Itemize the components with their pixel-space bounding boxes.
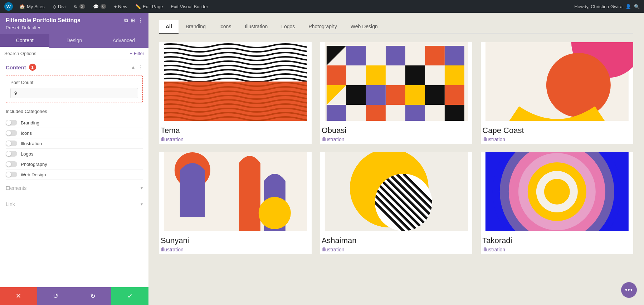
panel-title-row: Filterable Portfolio Settings ⧉ ⊞ ⋮ xyxy=(6,17,143,24)
filter-tab-icons[interactable]: Icons xyxy=(213,20,238,34)
svg-rect-8 xyxy=(425,46,444,65)
floating-action-button[interactable]: ••• xyxy=(621,282,637,298)
panel-title-icons: ⧉ ⊞ ⋮ xyxy=(124,18,143,24)
main-layout: Filterable Portfolio Settings ⧉ ⊞ ⋮ Pres… xyxy=(0,13,644,305)
tab-content[interactable]: Content xyxy=(0,34,49,48)
svg-point-37 xyxy=(259,197,291,229)
category-item-logos: Logos xyxy=(6,149,143,159)
filter-button[interactable]: + Filter xyxy=(130,51,144,56)
elements-header[interactable]: Elements ▾ xyxy=(6,185,143,191)
category-toggle-illustration[interactable] xyxy=(6,141,17,146)
my-sites-menu[interactable]: 🏠 My Sites xyxy=(18,4,46,9)
portfolio-title-takoradi: Takoradi xyxy=(482,236,632,245)
category-toggle-icons[interactable] xyxy=(6,130,17,136)
copy-icon[interactable]: ⧉ xyxy=(124,18,128,24)
svg-rect-26 xyxy=(405,105,425,121)
avatar-icon: 👤 xyxy=(625,4,631,9)
portfolio-info-cape-coast: Cape Coast Illustration xyxy=(481,121,633,144)
svg-rect-13 xyxy=(346,85,366,105)
content-section-header: Content 1 ▲ ⋮ xyxy=(6,64,143,71)
right-wrapper: All Branding Icons Illustration Logos Ph… xyxy=(148,13,644,305)
search-input[interactable] xyxy=(4,51,127,56)
category-item-branding: Branding xyxy=(6,118,143,128)
portfolio-title-obuasi: Obuasi xyxy=(322,126,471,135)
post-count-field-group: Post Count xyxy=(6,75,143,103)
portfolio-category-sunyani: Illustration xyxy=(161,247,310,252)
svg-rect-9 xyxy=(326,65,346,85)
undo-button[interactable]: ↺ xyxy=(37,287,74,305)
post-count-input[interactable] xyxy=(10,88,138,98)
portfolio-title-ashaiman: Ashaiman xyxy=(322,236,471,245)
portfolio-info-ashaiman: Ashaiman Illustration xyxy=(320,231,473,254)
panel-bottom-bar: ✕ ↺ ↻ ✓ xyxy=(0,287,148,305)
chevron-down-icon: ▾ xyxy=(38,25,40,30)
dots-icon: ••• xyxy=(625,286,633,294)
grid-icon[interactable]: ⊞ xyxy=(131,18,135,24)
svg-marker-19 xyxy=(444,46,464,65)
category-name: Logos xyxy=(21,151,33,157)
more-icon[interactable]: ⋮ xyxy=(138,18,143,24)
filter-tab-web-design[interactable]: Web Design xyxy=(344,20,384,34)
portfolio-item-obuasi[interactable]: Obuasi Illustration xyxy=(320,42,473,144)
portfolio-title-sunyani: Sunyani xyxy=(161,236,310,245)
category-item-illustration: Illustration xyxy=(6,138,143,149)
edit-page-btn[interactable]: ✏️ Edit Page xyxy=(134,4,164,9)
elements-chevron-icon: ▾ xyxy=(141,186,143,191)
left-panel: Filterable Portfolio Settings ⧉ ⊞ ⋮ Pres… xyxy=(0,13,148,305)
divi-menu[interactable]: ◇ Divi xyxy=(51,4,67,9)
top-bar-right: Howdy, Christina Gwira 👤 🔍 xyxy=(574,4,640,9)
comments-count[interactable]: 💬 0 xyxy=(92,4,108,9)
link-section: Link ▾ xyxy=(6,196,143,212)
tab-advanced[interactable]: Advanced xyxy=(99,34,148,48)
svg-point-58 xyxy=(544,179,570,205)
section-title: Content 1 xyxy=(6,64,36,71)
portfolio-title-tema: Tema xyxy=(161,126,310,135)
top-bar-left: W 🏠 My Sites ◇ Divi ↻ 2 💬 0 + New ✏️ Edi… xyxy=(4,2,210,11)
portfolio-image-obuasi xyxy=(320,42,473,121)
redo-button[interactable]: ↻ xyxy=(74,287,112,305)
portfolio-image-cape-coast xyxy=(481,42,633,121)
filter-tab-logos[interactable]: Logos xyxy=(275,20,301,34)
portfolio-category-cape-coast: Illustration xyxy=(482,137,632,142)
preset-selector[interactable]: Preset: Default ▾ xyxy=(6,25,143,30)
category-toggle-web design[interactable] xyxy=(6,172,17,177)
portfolio-image-tema xyxy=(159,42,312,121)
tab-design[interactable]: Design xyxy=(49,34,99,48)
portfolio-item-takoradi[interactable]: Takoradi Illustration xyxy=(481,152,633,254)
filter-tab-all[interactable]: All xyxy=(159,20,179,34)
svg-marker-21 xyxy=(366,85,385,105)
cancel-button[interactable]: ✕ xyxy=(0,287,37,305)
link-chevron-icon: ▾ xyxy=(141,202,143,207)
portfolio-item-ashaiman[interactable]: Ashaiman Illustration xyxy=(320,152,473,254)
filter-tab-branding[interactable]: Branding xyxy=(179,20,212,34)
section-more-icon[interactable]: ⋮ xyxy=(138,64,143,70)
search-icon[interactable]: 🔍 xyxy=(634,4,640,9)
wordpress-icon[interactable]: W xyxy=(4,2,13,11)
portfolio-item-sunyani[interactable]: Sunyani Illustration xyxy=(159,152,312,254)
category-name: Web Design xyxy=(21,172,46,177)
right-content-area: All Branding Icons Illustration Logos Ph… xyxy=(148,13,644,261)
portfolio-item-tema[interactable]: Tema Illustration xyxy=(159,42,312,144)
collapse-icon[interactable]: ▲ xyxy=(131,64,136,70)
svg-marker-22 xyxy=(405,85,425,105)
section-badge: 1 xyxy=(29,64,36,71)
panel-title: Filterable Portfolio Settings xyxy=(6,17,80,24)
exit-visual-builder-btn[interactable]: Exit Visual Builder xyxy=(169,4,210,9)
panel-content-area: Content 1 ▲ ⋮ Post Count Included Catego… xyxy=(0,59,148,287)
link-header[interactable]: Link ▾ xyxy=(6,201,143,207)
svg-rect-35 xyxy=(239,163,260,231)
filter-tab-illustration[interactable]: Illustration xyxy=(238,20,274,34)
category-toggle-branding[interactable] xyxy=(6,120,17,126)
svg-rect-15 xyxy=(425,85,444,105)
category-item-photography: Photography xyxy=(6,159,143,169)
portfolio-item-cape-coast[interactable]: Cape Coast Illustration xyxy=(481,42,633,144)
category-toggle-photography[interactable] xyxy=(6,161,17,167)
new-menu[interactable]: + New xyxy=(113,4,129,9)
svg-rect-11 xyxy=(405,65,425,85)
sync-count[interactable]: ↻ 2 xyxy=(72,4,87,9)
elements-section: Elements ▾ xyxy=(6,180,143,196)
category-toggle-logos[interactable] xyxy=(6,151,17,157)
filter-tab-photography[interactable]: Photography xyxy=(302,20,343,34)
portfolio-grid: Tema Illustration xyxy=(159,42,633,254)
save-button[interactable]: ✓ xyxy=(111,287,148,305)
